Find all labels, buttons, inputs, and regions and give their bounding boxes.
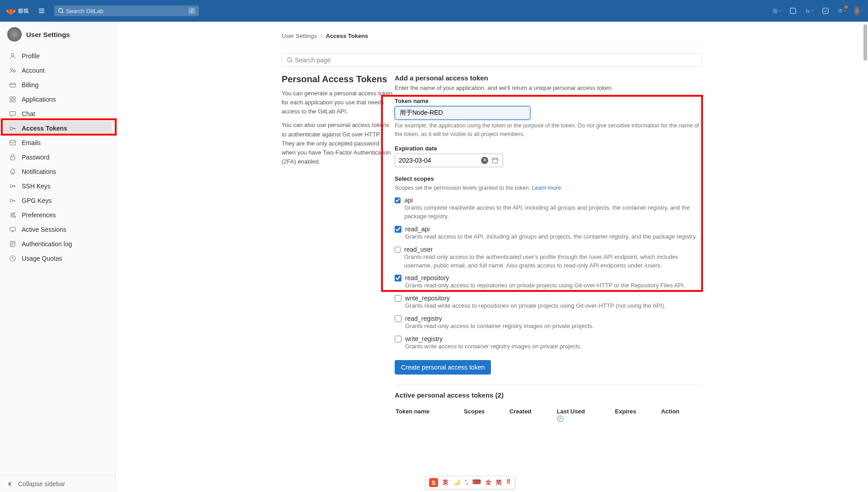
scope-read_repository: read_repositoryGrants read-only access t… [395,274,702,290]
scope-checkbox-read_api[interactable] [395,226,401,233]
scope-checkbox-read_repository[interactable] [395,275,401,281]
scroll-thumb[interactable] [863,24,867,61]
ime-item[interactable]: ⠿ [506,478,511,487]
col-last-used: Last Used? [557,405,614,425]
ime-item[interactable]: ', [465,478,468,487]
scrollbar[interactable] [863,22,867,492]
scope-checkbox-write_repository[interactable] [395,295,401,302]
svg-rect-12 [10,83,15,87]
sidebar-item-authentication-log[interactable]: Authentication log [4,237,112,251]
collapse-sidebar[interactable]: Collapse sidebar [0,475,115,492]
learn-more-link[interactable]: Learn more. [532,185,562,191]
scope-desc: Grants read-write access to repositories… [405,302,665,310]
ime-item[interactable]: 🌙 [453,478,460,487]
nav-label: Applications [22,96,56,103]
sidebar-item-emails[interactable]: Emails [4,136,112,150]
scope-name: read_repository [405,274,685,281]
logo[interactable]: 极狐 [5,5,29,16]
sidebar-item-account[interactable]: Account [4,63,112,78]
todos-link[interactable] [822,7,830,15]
info-icon[interactable]: ? [557,416,563,422]
page-search[interactable] [282,53,702,67]
ime-item[interactable]: 全 [486,478,491,487]
ime-logo-icon: S [429,478,438,487]
scopes-intro: Scopes set the permission levels granted… [395,184,702,192]
sidebar: User Settings ProfileAccountBillingAppli… [0,22,116,492]
col-created: Created [509,405,556,425]
svg-rect-16 [13,100,15,102]
col-expires: Expires [615,405,660,425]
chat-icon [9,110,16,117]
apps-icon [9,96,16,103]
scope-read_registry: read_registryGrants read-only access to … [395,315,702,331]
sidebar-item-active-sessions[interactable]: Active Sessions [4,222,112,237]
sidebar-item-password[interactable]: Password [4,150,112,164]
global-search[interactable]: / [54,5,199,16]
svg-point-22 [14,213,15,214]
scope-name: read_api [405,225,697,233]
sidebar-item-billing[interactable]: Billing [4,78,112,92]
calendar-button[interactable] [491,156,499,164]
breadcrumb-parent[interactable]: User Settings [282,33,317,39]
ime-item[interactable]: 简 [496,478,502,487]
nav-label: SSH Keys [22,183,51,190]
svg-point-9 [11,53,14,56]
expiration-field[interactable]: ✕ [395,154,503,167]
scope-api: apiGrants complete read/write access to … [395,197,702,221]
scope-checkbox-api[interactable] [395,197,401,204]
token-name-input[interactable] [395,106,530,120]
page-desc-1: You can generate a personal access token… [282,89,395,116]
description-column: Personal Access Tokens You can generate … [282,74,395,426]
usage-icon [9,255,16,262]
billing-icon [9,81,16,89]
chevron-down-icon [811,9,814,13]
merge-requests-dropdown[interactable] [806,7,814,15]
sidebar-item-notifications[interactable]: Notifications [4,164,112,179]
ime-item[interactable]: 英 [443,478,448,487]
clear-date-button[interactable]: ✕ [481,157,488,164]
scope-checkbox-read_registry[interactable] [395,315,401,322]
nav-label: Billing [22,81,38,89]
hamburger-menu[interactable] [36,5,47,16]
create-token-button[interactable]: Create personal access token [395,360,491,375]
table-header-row: Token nameScopesCreatedLast Used?Expires… [396,405,701,425]
sidebar-item-gpg-keys[interactable]: GPG Keys [4,193,112,208]
logo-text: 极狐 [18,7,29,15]
nav-label: Preferences [22,211,56,219]
page-search-input[interactable] [295,56,697,64]
issues-link[interactable] [789,7,797,15]
nav-label: Authentication log [22,240,72,248]
gitlab-logo-icon [5,5,16,16]
svg-point-10 [11,68,13,70]
sidebar-item-usage-quotas[interactable]: Usage Quotas [4,251,112,266]
sidebar-item-profile[interactable]: Profile [4,49,112,63]
sidebar-item-ssh-keys[interactable]: SSH Keys [4,179,112,193]
svg-rect-19 [10,157,15,160]
svg-point-3 [806,9,807,10]
ime-toolbar[interactable]: S 英🌙',⌨全简⠿ [425,476,515,489]
svg-point-11 [14,70,15,72]
scope-desc: Grants complete read/write access to the… [404,204,702,221]
plus-dropdown[interactable] [773,7,781,15]
sidebar-item-chat[interactable]: Chat [4,107,112,121]
global-search-input[interactable] [66,8,189,14]
ime-item[interactable]: ⌨ [472,478,481,487]
password-icon [9,154,16,161]
help-dropdown[interactable] [838,7,846,15]
expiration-input[interactable] [399,157,478,164]
sidebar-item-applications[interactable]: Applications [4,92,112,107]
user-menu[interactable] [854,7,863,15]
sessions-icon [9,226,16,233]
scope-checkbox-write_registry[interactable] [395,336,401,342]
nav-label: Emails [22,139,41,146]
search-icon [58,8,64,14]
scope-name: write_registry [405,335,582,342]
scope-checkbox-read_user[interactable] [395,246,401,253]
sidebar-item-preferences[interactable]: Preferences [4,208,112,222]
sidebar-item-access-tokens[interactable]: Access Tokens [4,121,112,136]
sidebar-header[interactable]: User Settings [0,22,115,47]
search-shortcut: / [189,8,195,14]
page-title: Personal Access Tokens [282,74,395,84]
notification-dot [844,5,848,9]
nav-label: Password [22,154,49,161]
